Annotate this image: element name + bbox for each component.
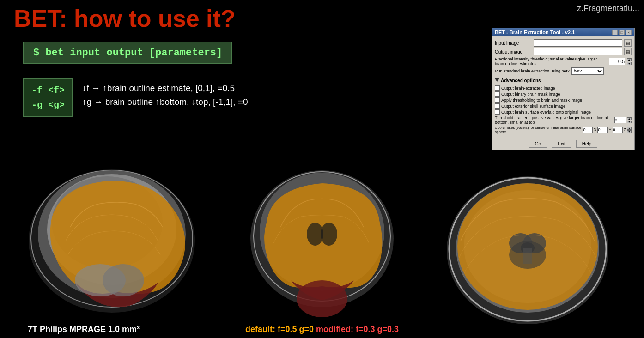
input-label: Input image (495, 41, 532, 46)
threshold-spinbox[interactable] (609, 58, 625, 65)
run-row: Run standard brain extraction using bet2… (495, 67, 632, 75)
params-flags-box: -f <f> -g <g> (23, 78, 73, 117)
output-overlay-label: Output brain surface overlaid onto origi… (501, 110, 591, 115)
output-brain-checkbox[interactable] (495, 85, 500, 91)
caption-default: default: f=0.5 g=0 (245, 325, 314, 334)
threshold-down-button[interactable]: ▼ (627, 62, 632, 65)
bet-body: Input image ▤ Output image ▤ Fractional … (492, 36, 634, 138)
output-label: Output image (495, 49, 532, 54)
output-field[interactable] (534, 48, 622, 55)
output-skull-checkbox[interactable] (495, 103, 500, 109)
svg-rect-25 (523, 248, 532, 264)
output-overlay-checkbox[interactable] (495, 109, 500, 115)
bet-window: BET - Brain Extraction Tool - v2.1 _ □ ×… (492, 28, 635, 150)
threshold-row: Fractional intensity threshold; smaller … (495, 57, 632, 66)
caption-left-text: 7T Philips MPRAGE 1.0 mm³ (28, 325, 140, 334)
bet-titlebar-buttons: _ □ × (612, 30, 632, 35)
coord-up-button[interactable]: ▲ (627, 127, 632, 130)
brain-axial-svg (435, 163, 620, 338)
output-binary-checkbox[interactable] (495, 91, 500, 97)
flag-g: -g <g> (31, 98, 65, 113)
exit-button[interactable]: Exit (552, 140, 571, 148)
gradient-down-button[interactable]: ▼ (627, 121, 632, 123)
output-binary-row: Output binary brain mask image (495, 91, 632, 97)
params-description: ↓f → ↑brain outline estimate, [0,1], =0.… (82, 78, 248, 109)
page-title: BET: how to use it? (14, 5, 236, 32)
brain-coronal (239, 163, 405, 338)
minimize-button[interactable]: _ (612, 30, 618, 35)
command-box: $ bet input output [parameters] (23, 42, 232, 64)
flag-f: -f <f> (31, 83, 65, 98)
advanced-header: Advanced options (495, 76, 632, 84)
coord-x-spinbox[interactable] (583, 127, 593, 133)
caption-left: 7T Philips MPRAGE 1.0 mm³ (28, 325, 140, 334)
gradient-up-button[interactable]: ▲ (627, 117, 632, 120)
desc-g: ↑g → brain outline ↑bottom, ↓top, [-1,1]… (82, 95, 248, 109)
bet-footer: Go Exit Help (492, 138, 634, 150)
input-row: Input image ▤ (495, 39, 632, 47)
run-combo[interactable]: bet2 (571, 67, 604, 75)
top-right-label: z.Fragmentatiu... (577, 4, 639, 13)
caption-modified: modified: f=0.3 g=0.3 (316, 325, 399, 334)
apply-threshold-row: Apply thresholding to brain and mask ima… (495, 97, 632, 103)
close-button[interactable]: × (626, 30, 632, 35)
bet-titlebar: BET - Brain Extraction Tool - v2.1 _ □ × (492, 28, 634, 36)
run-label: Run standard brain extraction using bet2 (495, 69, 570, 73)
output-brain-label: Output brain-extracted image (501, 86, 555, 91)
advanced-toggle-icon[interactable] (495, 78, 499, 82)
brain-axial (435, 163, 620, 338)
brain-sagittal-svg (15, 163, 209, 338)
help-button[interactable]: Help (576, 140, 598, 148)
desc-f: ↓f → ↑brain outline estimate, [0,1], =0.… (82, 81, 248, 95)
output-binary-label: Output binary brain mask image (501, 92, 560, 97)
bet-title: BET - Brain Extraction Tool - v2.1 (495, 30, 575, 35)
output-browse-button[interactable]: ▤ (624, 48, 632, 55)
advanced-label: Advanced options (501, 78, 541, 83)
output-brain-row: Output brain-extracted image (495, 85, 632, 91)
input-field[interactable] (534, 39, 622, 47)
output-row: Output image ▤ (495, 48, 632, 55)
apply-threshold-checkbox[interactable] (495, 97, 500, 103)
svg-point-13 (321, 223, 337, 246)
coord-y-spinbox[interactable] (597, 127, 608, 133)
params-container: -f <f> -g <g> ↓f → ↑brain outline estima… (23, 78, 248, 117)
maximize-button[interactable]: □ (619, 30, 625, 35)
brain-sagittal (15, 163, 209, 338)
gradient-spinbox[interactable] (614, 117, 626, 123)
output-overlay-row: Output brain surface overlaid onto origi… (495, 109, 632, 115)
go-button[interactable]: Go (529, 140, 547, 148)
caption-center: default: f=0.5 g=0 modified: f=0.3 g=0.3 (245, 325, 399, 334)
apply-threshold-label: Apply thresholding to brain and mask ima… (501, 98, 582, 103)
threshold-label: Fractional intensity threshold; smaller … (495, 57, 607, 66)
brain-coronal-svg (239, 163, 405, 338)
input-browse-button[interactable]: ▤ (624, 39, 632, 47)
coords-row: Coordinates (voxels) for centre of initi… (495, 126, 632, 134)
coord-z-spinbox[interactable] (613, 127, 623, 133)
output-skull-row: Output exterior skull surface image (495, 103, 632, 109)
threshold-up-button[interactable]: ▲ (627, 58, 632, 61)
gradient-row: Threshold gradient, positive values give… (495, 115, 632, 125)
gradient-label: Threshold gradient, positive values give… (495, 115, 614, 125)
output-skull-label: Output exterior skull surface image (501, 104, 565, 109)
svg-point-7 (103, 264, 144, 296)
brain-images (0, 153, 644, 338)
coord-down-button[interactable]: ▼ (627, 130, 632, 133)
svg-point-14 (297, 280, 347, 317)
coords-label: Coordinates (voxels) for centre of initi… (495, 126, 582, 134)
